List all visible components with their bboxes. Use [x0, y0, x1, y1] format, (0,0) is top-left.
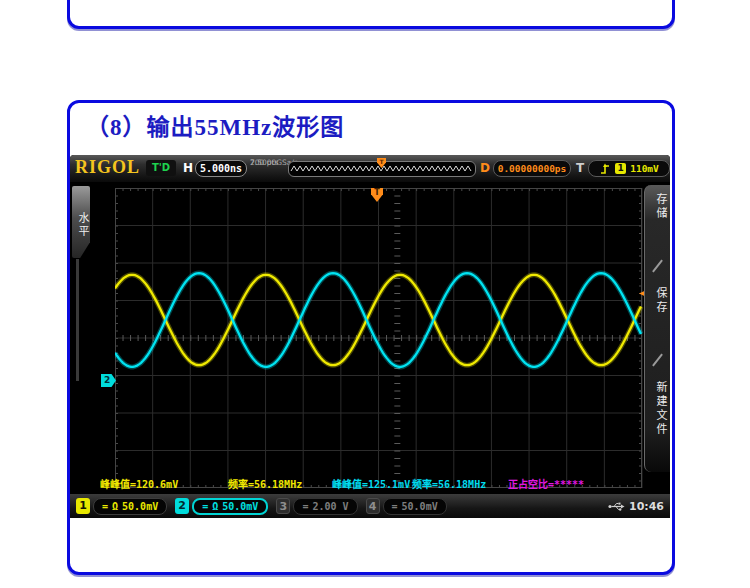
channel-1-status[interactable]: 1 = Ω 50.0mV — [76, 498, 167, 515]
oscilloscope-screenshot: RIGOL T'D H 5.000ns 2.5000GSa/s 700 pts … — [70, 155, 670, 518]
soft-menu: 存储 保存 新建文件 — [644, 185, 670, 472]
memory-depth: 700 pts — [250, 158, 278, 168]
channel-4-settings: = 50.0mV — [383, 498, 447, 515]
delay-label: D — [480, 161, 490, 175]
trigger-settings-readout[interactable]: 1 110mV — [588, 160, 670, 177]
channel-2-status[interactable]: 2 = Ω 50.0mV — [175, 498, 268, 515]
menu-item-new-file[interactable]: 新建文件 — [652, 381, 668, 437]
menu-divider — [652, 353, 663, 366]
clock: 10:46 — [629, 500, 664, 513]
channel-1-settings: = Ω 50.0mV — [93, 498, 167, 515]
figure-caption: （8）输出55MHz波形图 — [86, 108, 344, 142]
channel-status-bar: 1 = Ω 50.0mV 2 = Ω 50.0mV 3 = 2 — [70, 493, 670, 518]
channel-3-settings: = 2.00 V — [293, 498, 357, 515]
coupling-icon: = — [392, 501, 398, 512]
channel-2-scale: 50.0mV — [222, 501, 258, 512]
channel-2-badge: 2 — [175, 498, 189, 514]
left-rail-divider — [76, 259, 79, 381]
horizontal-label: H — [183, 161, 193, 175]
channel-4-badge: 4 — [366, 498, 380, 514]
impedance-icon: Ω — [212, 501, 218, 512]
scope-status-bar: RIGOL T'D H 5.000ns 2.5000GSa/s 700 pts … — [70, 155, 670, 183]
channel-3-badge: 3 — [276, 498, 290, 514]
channel-2-settings: = Ω 50.0mV — [192, 498, 268, 515]
trigger-status-badge: T'D — [146, 160, 176, 176]
coupling-icon: = — [102, 501, 108, 512]
coupling-icon: = — [202, 501, 208, 512]
channel-1-badge: 1 — [76, 498, 90, 514]
channel-4-status[interactable]: 4 = 50.0mV — [366, 498, 447, 515]
menu-item-storage[interactable]: 存储 — [652, 193, 668, 221]
menu-item-save[interactable]: 保存 — [652, 287, 668, 315]
timebase-readout[interactable]: 5.000ns — [195, 160, 247, 177]
ch2-ground-marker[interactable]: 2 — [101, 374, 116, 387]
trigger-source-badge: 1 — [615, 163, 626, 174]
document-page: （8）输出55MHz波形图 RIGOL T'D H 5.000ns 2.5000… — [0, 0, 750, 588]
measurement-row: 峰峰值=120.6mV 频率=56.18MHz 峰峰值=125.1mV 频率=5… — [70, 476, 670, 491]
horizontal-position-bar[interactable]: T — [288, 161, 476, 177]
measurement-ch1-vpp: 峰峰值=120.6mV — [100, 476, 178, 491]
measurement-ch2-vpp: 峰峰值=125.1mV — [332, 476, 410, 491]
channel-4-scale: 50.0mV — [402, 501, 438, 512]
brand-logo: RIGOL — [75, 157, 140, 178]
usb-icon — [608, 501, 625, 512]
channel-3-status[interactable]: 3 = 2.00 V — [276, 498, 357, 515]
delay-readout[interactable]: 0.00000000ps — [493, 160, 571, 177]
trigger-level-readout: 110mV — [630, 163, 659, 174]
measurement-duty-cycle: 正占空比=***** — [508, 476, 584, 491]
impedance-icon: Ω — [112, 501, 118, 512]
graticule-grid — [115, 188, 642, 488]
waveform-display — [115, 188, 655, 488]
measurement-ch1-freq: 频率=56.18MHz — [228, 476, 302, 491]
coupling-icon: = — [302, 501, 308, 512]
menu-divider — [652, 259, 663, 272]
previous-section-box — [67, 0, 675, 29]
rising-edge-icon — [599, 163, 611, 175]
clock-group: 10:46 — [608, 500, 664, 513]
measurement-ch2-freq: 频率=56.18MHz — [412, 476, 486, 491]
channel-1-scale: 50.0mV — [122, 501, 158, 512]
trigger-label: T — [576, 161, 584, 175]
horizontal-menu-tab[interactable]: 水平 — [72, 186, 90, 258]
channel-3-scale: 2.00 V — [312, 501, 348, 512]
